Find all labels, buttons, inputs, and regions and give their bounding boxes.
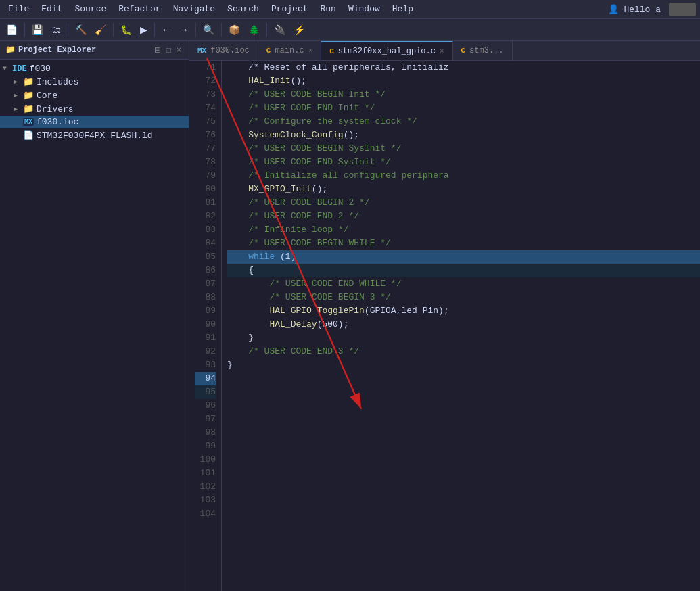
line-number-98: 98: [195, 426, 216, 440]
line-number-83: 83: [195, 223, 216, 237]
line-number-99: 99: [195, 440, 216, 453]
menu-edit[interactable]: Edit: [36, 3, 68, 16]
line-number-76: 76: [195, 128, 216, 142]
tree-label-drivers: Drivers: [37, 104, 74, 114]
tree-item-includes[interactable]: ▶ 📁 Includes: [0, 75, 189, 89]
toolbar-sep-7: [266, 23, 267, 37]
line-number-93: 93: [195, 358, 216, 372]
tree-item-core[interactable]: ▶ 📁 Core: [0, 89, 189, 102]
toolbar-new[interactable]: 📄: [3, 22, 21, 37]
line-number-78: 78: [195, 156, 216, 169]
line-number-79: 79: [195, 169, 216, 183]
toolbar-clean[interactable]: 🧹: [91, 22, 110, 37]
menu-refactor[interactable]: Refactor: [113, 3, 166, 16]
project-explorer-panel: 📁 Project Explorer ⊟ □ × ▼ IDE f030: [0, 41, 189, 591]
tree-item-ldfile[interactable]: ▶ 📄 STM32F030F4PX_FLASH.ld: [0, 128, 189, 142]
toolbar-back[interactable]: ←: [158, 22, 174, 37]
tab-stm32[interactable]: C stm3...: [453, 41, 513, 61]
toolbar-run[interactable]: ▶: [137, 22, 151, 37]
tab-bar: MX f030.ioc C main.c × C stm32f0xx_hal_g…: [189, 41, 700, 61]
tree-item-drivers[interactable]: ▶ 📁 Drivers: [0, 102, 189, 116]
tab-mainc[interactable]: C main.c ×: [258, 41, 321, 61]
toolbar-hierarchy[interactable]: 🌲: [245, 22, 263, 37]
line-number-81: 81: [195, 196, 216, 210]
menu-window[interactable]: Window: [343, 3, 386, 16]
panel-close-btn[interactable]: ×: [174, 45, 183, 55]
toolbar-save[interactable]: 💾: [28, 22, 47, 37]
code-line-77: /* USER CODE END Init */: [227, 101, 700, 115]
includes-icon: 📁: [23, 76, 34, 87]
code-line-88: /* USER CODE BEGIN 2 */: [227, 196, 700, 210]
ld-file-icon: 📄: [23, 130, 34, 141]
tree-label-includes: Includes: [37, 77, 78, 87]
line-number-90: 90: [195, 318, 216, 331]
drivers-icon: 📁: [23, 103, 34, 114]
panel-actions: ⊟ □ ×: [152, 45, 183, 55]
toolbar-sep-2: [68, 23, 68, 37]
menu-user[interactable]: 👤 Hello a: [603, 3, 666, 16]
tab-close-halc[interactable]: ×: [440, 47, 444, 55]
panel-minimize-btn[interactable]: ⊟: [152, 45, 163, 55]
line-number-102: 102: [195, 480, 216, 494]
tree-item-f030ioc[interactable]: ▶ MX f030.ioc: [0, 116, 189, 128]
line-number-86: 86: [195, 264, 216, 277]
tree-arrow-core: ▶: [14, 91, 23, 99]
line-number-104: 104: [195, 507, 216, 521]
code-line-90: /* USER CODE END 2 */: [227, 210, 700, 223]
tree-label-ldfile: STM32F030F4PX_FLASH.ld: [37, 131, 153, 141]
toolbar-forward[interactable]: →: [176, 22, 192, 37]
toolbar-connect[interactable]: 🔌: [271, 22, 289, 37]
core-icon: 📁: [23, 90, 34, 101]
tab-label-mainc: main.c: [275, 46, 304, 55]
app-window: File Edit Source Refactor Navigate Searc…: [0, 0, 700, 591]
menu-navigate[interactable]: Navigate: [168, 3, 220, 16]
tree-item-f030[interactable]: ▼ IDE f030: [0, 62, 189, 75]
menu-source[interactable]: Source: [69, 3, 112, 16]
code-line-73: HAL_Init();: [227, 74, 700, 88]
line-number-74: 74: [195, 101, 216, 115]
menu-file[interactable]: File: [3, 3, 34, 16]
line-number-89: 89: [195, 304, 216, 318]
code-line-92: /* Infinite loop */: [227, 223, 700, 237]
menu-project[interactable]: Project: [266, 3, 314, 16]
panel-header: 📁 Project Explorer ⊟ □ ×: [0, 41, 189, 60]
line-number-72: 72: [195, 74, 216, 88]
code-line-94: while (1): [227, 250, 700, 264]
main-layout: 📁 Project Explorer ⊟ □ × ▼ IDE f030: [0, 41, 700, 591]
menu-run[interactable]: Run: [315, 3, 342, 16]
toolbar-search[interactable]: 🔍: [200, 22, 218, 37]
line-number-73: 73: [195, 88, 216, 101]
menu-search[interactable]: Search: [222, 3, 264, 16]
tree-label-f030ioc: f030.ioc: [37, 117, 78, 127]
line-number-87: 87: [195, 277, 216, 291]
menu-help[interactable]: Help: [387, 3, 419, 16]
toolbar-open-type[interactable]: 📦: [225, 22, 243, 37]
toolbar-sep-5: [195, 23, 196, 37]
line-number-101: 101: [195, 467, 216, 480]
code-line-103: /* USER CODE END 3 */: [227, 345, 700, 358]
tab-halc[interactable]: C stm32f0xx_hal_gpio.c ×: [321, 41, 452, 61]
code-area[interactable]: 7172737475767778798081828384858687888990…: [189, 61, 700, 591]
code-line-86: /* Initialize all configured periphera: [227, 169, 700, 183]
toolbar-debug[interactable]: 🐛: [117, 22, 135, 37]
code-line-93: /* USER CODE BEGIN WHILE */: [227, 237, 700, 250]
tab-label-halc: stm32f0xx_hal_gpio.c: [338, 47, 436, 56]
tab-f030ioc[interactable]: MX f030.ioc: [189, 41, 258, 61]
line-number-92: 92: [195, 345, 216, 358]
toolbar-sep-6: [221, 23, 222, 37]
panel-maximize-btn[interactable]: □: [164, 45, 173, 55]
line-number-91: 91: [195, 331, 216, 345]
tree-arrow-includes: ▶: [14, 78, 23, 86]
code-line-82: /* USER CODE BEGIN SysInit */: [227, 142, 700, 156]
right-panel: MX f030.ioc C main.c × C stm32f0xx_hal_g…: [189, 41, 700, 591]
line-number-95: 95: [195, 385, 216, 399]
toolbar-flash[interactable]: ⚡: [290, 22, 308, 37]
tab-label-stm32: stm3...: [469, 46, 503, 55]
toolbar-build[interactable]: 🔨: [72, 22, 90, 37]
code-line-102: }: [227, 331, 700, 345]
toolbar-save-all[interactable]: 🗂: [48, 22, 64, 37]
line-number-85: 85: [195, 250, 216, 264]
line-number-103: 103: [195, 494, 216, 507]
tab-close-mainc[interactable]: ×: [308, 47, 313, 55]
tab-icon-c-mainc: C: [266, 47, 271, 55]
